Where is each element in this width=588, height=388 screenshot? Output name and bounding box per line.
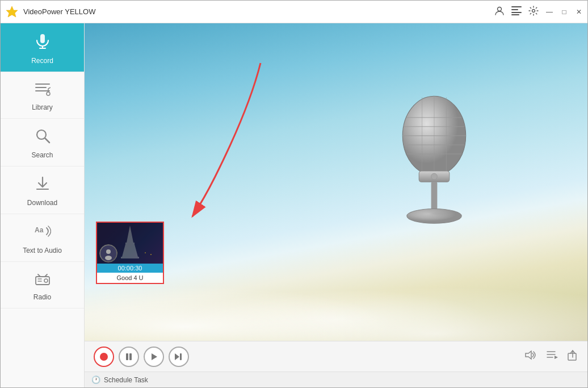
svg-rect-3 <box>511 9 518 10</box>
svg-rect-58 <box>180 353 182 360</box>
svg-marker-57 <box>175 353 179 360</box>
sidebar-radio-label: Radio <box>33 293 51 301</box>
account-icon[interactable] <box>494 6 505 18</box>
settings-icon[interactable] <box>528 6 539 18</box>
svg-point-16 <box>37 130 46 139</box>
svg-marker-59 <box>526 351 531 359</box>
svg-point-49 <box>145 252 146 253</box>
app-title: VideoPower YELLOW <box>23 7 494 16</box>
svg-point-6 <box>532 9 535 12</box>
play-button[interactable] <box>144 347 164 367</box>
svg-point-1 <box>498 7 502 11</box>
app-logo <box>5 5 19 19</box>
library-icon <box>35 81 51 100</box>
maximize-button[interactable]: □ <box>560 8 568 16</box>
transport-bar <box>85 341 587 372</box>
search-icon <box>35 128 51 148</box>
sidebar-search-label: Search <box>31 151 53 159</box>
sidebar-download-label: Download <box>27 199 57 207</box>
content-area: 00:00:30 Good 4 U <box>85 23 587 387</box>
svg-point-22 <box>44 279 48 282</box>
svg-point-13 <box>47 92 50 95</box>
sidebar-item-library[interactable]: Library <box>1 72 84 119</box>
volume-icon[interactable] <box>525 350 537 363</box>
sidebar-item-radio[interactable]: Radio <box>1 262 84 308</box>
status-bar: 🕐 Schedule Task <box>85 372 587 387</box>
track-avatar <box>99 244 117 262</box>
sidebar-library-label: Library <box>32 103 53 111</box>
share-icon[interactable] <box>567 349 578 364</box>
svg-marker-63 <box>555 356 558 359</box>
clock-icon: 🕐 <box>91 376 100 384</box>
transport-right-controls <box>525 349 578 364</box>
svg-rect-55 <box>129 353 132 360</box>
close-button[interactable]: ✕ <box>575 8 583 16</box>
svg-line-15 <box>48 87 51 89</box>
svg-point-39 <box>411 208 457 218</box>
svg-line-17 <box>45 139 49 143</box>
svg-rect-4 <box>511 12 522 13</box>
sidebar-text-to-audio-label: Text to Audio <box>23 247 62 255</box>
download-icon <box>35 176 51 195</box>
sidebar: Record Library <box>1 23 85 387</box>
record-button[interactable] <box>94 347 114 367</box>
svg-marker-56 <box>152 353 157 360</box>
svg-rect-7 <box>40 34 45 43</box>
svg-point-52 <box>106 249 111 254</box>
track-title: Good 4 U <box>114 273 145 283</box>
playlist-icon[interactable] <box>547 350 558 363</box>
svg-rect-46 <box>121 257 139 258</box>
svg-point-50 <box>150 254 152 255</box>
minimize-button[interactable]: — <box>545 8 553 16</box>
svg-point-40 <box>431 173 438 180</box>
titlebar-controls: — □ ✕ <box>494 6 583 18</box>
sidebar-item-text-to-audio[interactable]: Aa Text to Audio <box>1 214 84 262</box>
menu-icon[interactable] <box>511 6 522 18</box>
pause-button[interactable] <box>119 347 139 367</box>
microphone-illustration <box>383 69 485 239</box>
skip-button[interactable] <box>169 347 189 367</box>
record-icon <box>34 32 51 53</box>
track-thumbnail <box>97 223 163 264</box>
radio-icon <box>35 271 51 290</box>
svg-rect-54 <box>126 353 128 360</box>
record-dot <box>100 353 108 361</box>
track-time-badge: 00:00:30 <box>97 264 163 273</box>
titlebar: VideoPower YELLOW <box>1 1 587 23</box>
sidebar-item-record[interactable]: Record <box>1 23 84 72</box>
sidebar-item-search[interactable]: Search <box>1 119 84 166</box>
svg-rect-44 <box>125 243 135 244</box>
svg-point-53 <box>105 256 112 260</box>
svg-rect-5 <box>511 14 519 15</box>
main-layout: Record Library <box>1 23 587 387</box>
app-window: VideoPower YELLOW <box>0 0 588 388</box>
svg-rect-2 <box>511 6 522 7</box>
svg-marker-0 <box>6 6 18 17</box>
text-to-audio-icon: Aa <box>34 223 51 243</box>
svg-rect-64 <box>568 353 576 360</box>
svg-text:Aa: Aa <box>35 226 44 234</box>
main-panel: 00:00:30 Good 4 U <box>85 23 587 341</box>
sidebar-item-download[interactable]: Download <box>1 166 84 214</box>
sidebar-record-label: Record <box>31 57 53 65</box>
schedule-task-label[interactable]: Schedule Task <box>104 376 148 384</box>
track-item[interactable]: 00:00:30 Good 4 U <box>96 222 164 284</box>
